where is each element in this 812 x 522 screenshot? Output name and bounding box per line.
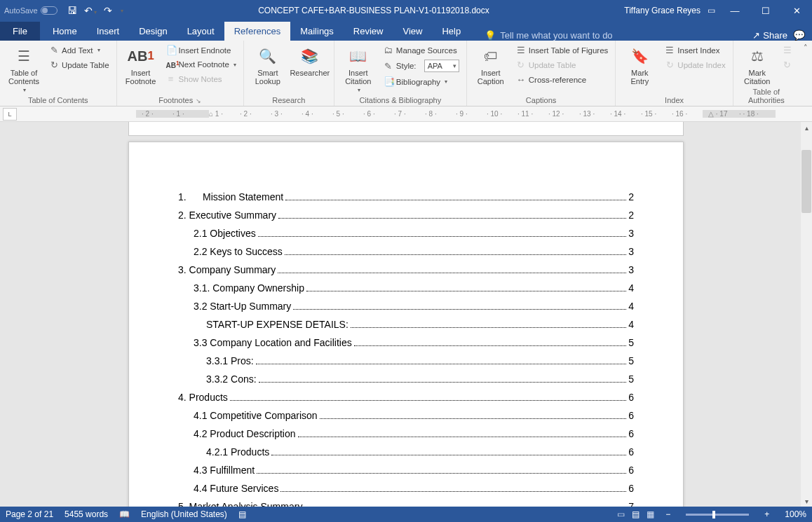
read-mode-icon[interactable]: ▭: [617, 509, 625, 519]
autosave-switch-icon[interactable]: [41, 6, 57, 15]
toc-entry[interactable]: 3.3 Company Location and Facilities5: [194, 337, 634, 348]
autosave-toggle[interactable]: AutoSave: [4, 6, 57, 15]
show-notes-label: Show Notes: [179, 75, 222, 83]
toc-entry[interactable]: 2. Executive Summary2: [178, 210, 634, 221]
manage-sources-button[interactable]: 🗂Manage Sources: [381, 43, 462, 57]
next-footnote-button[interactable]: AB1Next Footnote▾: [163, 58, 239, 71]
mark-entry-button[interactable]: 🔖 Mark Entry: [620, 42, 659, 85]
researcher-button[interactable]: 📚 Researcher: [290, 42, 330, 77]
page-status[interactable]: Page 2 of 21: [6, 509, 53, 519]
status-bar: Page 2 of 21 5455 words 📖 English (Unite…: [0, 507, 812, 522]
tab-view[interactable]: View: [393, 22, 432, 41]
toc-entry-label: 3.3.2 Cons:: [206, 373, 257, 385]
redo-icon[interactable]: ↷: [104, 5, 112, 16]
toc-entry[interactable]: 2.1 Objectives3: [194, 228, 634, 239]
zoom-out-button[interactable]: −: [665, 509, 670, 519]
zoom-in-button[interactable]: +: [764, 509, 769, 519]
toc-leader-dots: [278, 218, 626, 219]
style-label: Style:: [396, 62, 417, 70]
toc-entry[interactable]: 3.2 Start-Up Summary4: [194, 301, 634, 312]
toc-leader-dots: [278, 273, 626, 273]
toc-entry[interactable]: 1. Mission Statement2: [178, 191, 634, 202]
mark-citation-icon: ⚖: [746, 45, 769, 67]
close-button[interactable]: ✕: [781, 0, 812, 21]
style-select-box[interactable]: APA: [424, 60, 459, 72]
insert-caption-button[interactable]: 🏷 Insert Caption: [471, 42, 510, 85]
update-table-button[interactable]: ↻Update Table: [46, 58, 112, 71]
macro-recording-icon[interactable]: ▤: [238, 509, 246, 519]
toc-entry[interactable]: 2.2 Keys to Success3: [194, 246, 634, 257]
tab-review[interactable]: Review: [344, 22, 393, 41]
comments-icon[interactable]: 💬: [793, 29, 805, 41]
endnote-icon: 📄: [166, 45, 176, 55]
insert-endnote-button[interactable]: 📄Insert Endnote: [163, 43, 239, 57]
document-area[interactable]: 1. Mission Statement22. Executive Summar…: [0, 122, 812, 507]
tab-insert[interactable]: Insert: [87, 22, 130, 41]
spell-check-icon[interactable]: 📖: [119, 509, 130, 519]
toc-entry[interactable]: 4. Products6: [178, 392, 634, 403]
mark-citation-label: Mark Citation: [744, 69, 770, 85]
cross-reference-button[interactable]: ↔Cross-reference: [513, 73, 611, 86]
tab-design[interactable]: Design: [129, 22, 177, 41]
toc-entry[interactable]: 3. Company Summary3: [178, 264, 634, 275]
ruler[interactable]: L · 2 ·· 1 ·⌂ 1 ·· 2 ·· 3 ·· 4 ·· 5 ·· 6…: [0, 107, 812, 122]
maximize-button[interactable]: ☐: [750, 0, 781, 21]
toc-entry[interactable]: 3.3.2 Cons:5: [206, 373, 634, 385]
group-table-of-authorities: ⚖ Mark Citation ☰ ↻ Table of Authorities: [733, 41, 799, 106]
tab-mailings[interactable]: Mailings: [290, 22, 344, 41]
citation-style-select[interactable]: ✎Style: APA: [381, 58, 462, 74]
scroll-down-icon[interactable]: ▾: [801, 495, 812, 507]
add-text-label: Add Text: [62, 46, 93, 55]
toc-entry[interactable]: 3.1. Company Ownership4: [194, 282, 634, 294]
update-toa-button: ↻: [780, 58, 795, 71]
scroll-up-icon[interactable]: ▴: [801, 122, 812, 133]
toc-entry[interactable]: 4.1 Competitive Comparison6: [194, 410, 634, 421]
tab-home[interactable]: Home: [43, 22, 87, 41]
save-icon[interactable]: 🖫: [67, 5, 77, 16]
table-of-contents-button[interactable]: ☰ Table of Contents▾: [4, 42, 43, 93]
tab-references[interactable]: References: [224, 22, 290, 41]
toc-entry-label: 2.1 Objectives: [194, 228, 256, 239]
language-status[interactable]: English (United States): [141, 509, 227, 519]
collapse-ribbon-icon[interactable]: ˄: [804, 43, 808, 53]
tab-selector[interactable]: L: [3, 108, 17, 121]
word-count[interactable]: 5455 words: [65, 509, 108, 519]
toc-entry[interactable]: 4.2 Product Description6: [194, 428, 634, 439]
vertical-scrollbar[interactable]: ▴ ▾: [801, 122, 812, 507]
toc-entry[interactable]: 4.4 Future Services6: [194, 483, 634, 494]
tab-help[interactable]: Help: [432, 22, 471, 41]
toc-entry[interactable]: START-UP EXPENSE DETAILS:4: [206, 319, 634, 330]
toc-entry[interactable]: 4.2.1 Products6: [206, 446, 634, 458]
tell-me-search[interactable]: 💡 Tell me what you want to do: [485, 30, 612, 41]
ribbon-display-options-icon[interactable]: ▭: [708, 6, 715, 15]
document-page[interactable]: 1. Mission Statement22. Executive Summar…: [128, 142, 684, 507]
insert-footnote-button[interactable]: AB1 Insert Footnote: [121, 42, 161, 85]
toc-entry-label: 2. Executive Summary: [178, 210, 276, 221]
toc-entry-page: 6: [628, 392, 634, 403]
share-button[interactable]: ↗ Share: [752, 30, 787, 41]
insert-table-of-figures-button[interactable]: ☰Insert Table of Figures: [513, 43, 611, 57]
footnotes-launcher-icon[interactable]: ↘: [196, 97, 201, 104]
insert-citation-button[interactable]: 📖 Insert Citation▾: [339, 42, 378, 93]
toc-entry-label: 4.2 Product Description: [194, 428, 296, 439]
add-text-button[interactable]: ✎Add Text▾: [46, 43, 112, 57]
minimize-button[interactable]: —: [719, 0, 750, 21]
toc-entry[interactable]: 4.3 Fulfillment6: [194, 465, 634, 476]
bibliography-button[interactable]: 📑Bibliography▾: [381, 75, 462, 88]
file-tab[interactable]: File: [0, 22, 40, 41]
smart-lookup-button[interactable]: 🔍 Smart Lookup: [248, 42, 287, 85]
print-layout-icon[interactable]: ▤: [632, 509, 640, 519]
zoom-slider[interactable]: [686, 514, 749, 516]
tab-layout[interactable]: Layout: [177, 22, 224, 41]
undo-icon[interactable]: ↶▾: [84, 5, 97, 16]
web-layout-icon[interactable]: ▦: [647, 509, 654, 519]
toc-entry-page: 6: [628, 446, 634, 458]
zoom-level[interactable]: 100%: [785, 509, 806, 519]
toc-entry[interactable]: 5. Market Analysis Summary7: [178, 501, 634, 507]
scroll-thumb[interactable]: [801, 150, 811, 213]
insert-index-button[interactable]: ☰Insert Index: [662, 43, 728, 57]
user-name[interactable]: Tiffany Grace Reyes: [624, 6, 701, 15]
mark-citation-button[interactable]: ⚖ Mark Citation: [738, 42, 777, 85]
toc-leader-dots: [271, 455, 626, 455]
toc-entry[interactable]: 3.3.1 Pros:5: [206, 355, 634, 366]
